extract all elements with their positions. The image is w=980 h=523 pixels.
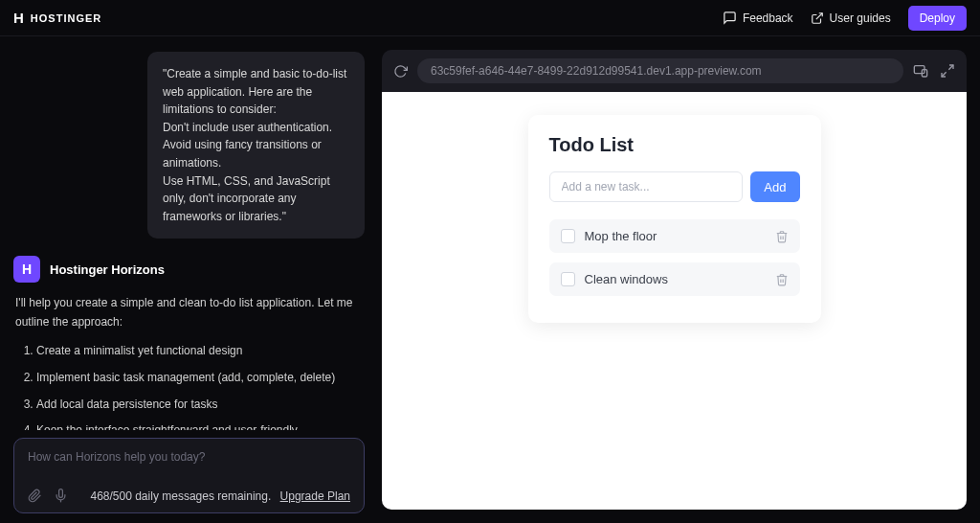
microphone-icon[interactable]	[54, 489, 68, 503]
assistant-header: H Hostinger Horizons	[13, 256, 365, 283]
composer-input[interactable]: How can Horizons help you today?	[28, 450, 350, 475]
feedback-label: Feedback	[743, 11, 793, 25]
composer[interactable]: How can Horizons help you today? 468/500…	[13, 438, 365, 513]
chat-scroll-area[interactable]: "Create a simple and basic to-do-list we…	[13, 52, 365, 430]
top-actions: Feedback User guides Deploy	[723, 6, 967, 31]
reload-icon[interactable]	[393, 64, 408, 79]
preview-panel: 63c59fef-a646-44e7-8499-22d912d99541.dev…	[378, 36, 980, 523]
preview-url-bar: 63c59fef-a646-44e7-8499-22d912d99541.dev…	[382, 50, 967, 92]
todo-checkbox[interactable]	[561, 272, 575, 286]
external-link-icon	[811, 11, 824, 25]
brand-name: HOSTINGER	[31, 12, 101, 24]
assistant-step: Create a minimalist yet functional desig…	[36, 342, 365, 361]
quota-row: 468/500 daily messages remaining. Upgrad…	[90, 489, 350, 503]
todo-checkbox[interactable]	[561, 229, 575, 243]
todo-add-button[interactable]: Add	[750, 171, 799, 202]
todo-card: Todo List Add Mop the floor	[528, 115, 821, 323]
todo-input[interactable]	[549, 171, 744, 202]
upgrade-plan-link[interactable]: Upgrade Plan	[280, 489, 350, 503]
todo-item-text: Mop the floor	[585, 229, 766, 243]
assistant-step: Implement basic task management (add, co…	[36, 369, 365, 388]
assistant-message: I'll help you create a simple and clean …	[13, 294, 365, 430]
preview-viewport[interactable]: Todo List Add Mop the floor	[382, 92, 967, 510]
user-message-text: "Create a simple and basic to-do-list we…	[163, 67, 346, 223]
todo-item: Mop the floor	[549, 219, 800, 253]
assistant-step: Add local data persistence for tasks	[36, 396, 365, 415]
todo-title: Todo List	[549, 134, 800, 156]
deploy-button[interactable]: Deploy	[908, 6, 967, 31]
feedback-link[interactable]: Feedback	[723, 11, 793, 25]
trash-icon[interactable]	[775, 230, 789, 243]
preview-frame: 63c59fef-a646-44e7-8499-22d912d99541.dev…	[382, 50, 967, 510]
assistant-name: Hostinger Horizons	[50, 262, 165, 277]
assistant-steps-list: Create a minimalist yet functional desig…	[36, 342, 365, 430]
composer-tool-icons	[28, 489, 68, 503]
assistant-step: Keep the interface straightforward and u…	[36, 421, 365, 430]
todo-add-row: Add	[549, 171, 800, 202]
top-bar: H HOSTINGER Feedback User guides Deploy	[0, 0, 980, 36]
brand-mark-icon: H	[13, 10, 25, 26]
brand-logo[interactable]: H HOSTINGER	[13, 10, 101, 26]
preview-url-actions	[913, 63, 955, 79]
todo-item: Clean windows	[549, 262, 800, 296]
assistant-intro: I'll help you create a simple and clean …	[15, 294, 365, 332]
assistant-avatar-icon: H	[13, 256, 40, 283]
attachment-icon[interactable]	[28, 489, 42, 503]
fullscreen-icon[interactable]	[940, 63, 955, 79]
chat-panel: "Create a simple and basic to-do-list we…	[0, 36, 378, 523]
main-layout: "Create a simple and basic to-do-list we…	[0, 36, 980, 523]
user-guides-link[interactable]: User guides	[811, 11, 891, 25]
user-guides-label: User guides	[830, 11, 891, 25]
svg-line-5	[942, 72, 947, 77]
svg-line-0	[815, 12, 821, 18]
svg-line-4	[948, 65, 953, 70]
composer-footer: 468/500 daily messages remaining. Upgrad…	[28, 489, 350, 503]
chat-icon	[723, 11, 737, 25]
user-message-bubble: "Create a simple and basic to-do-list we…	[147, 52, 365, 239]
quota-text: 468/500 daily messages remaining.	[90, 489, 271, 503]
preview-url-field[interactable]: 63c59fef-a646-44e7-8499-22d912d99541.dev…	[417, 58, 903, 83]
devices-icon[interactable]	[913, 63, 928, 79]
todo-item-text: Clean windows	[585, 272, 766, 286]
trash-icon[interactable]	[775, 273, 789, 286]
